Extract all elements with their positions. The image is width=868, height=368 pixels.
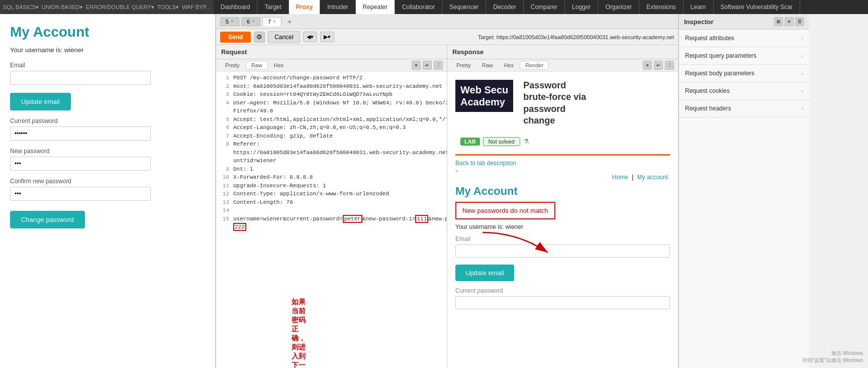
tab7-close[interactable]: ×	[273, 19, 276, 24]
confirm-password-input[interactable]	[10, 187, 151, 201]
tools-menu[interactable]: TOOLS▾	[157, 4, 179, 11]
subtab-pretty[interactable]: Pretty	[220, 61, 245, 69]
resp-email-input[interactable]	[455, 244, 670, 258]
panel-icons: ≡ ↵ ⋮	[412, 61, 443, 70]
repeater-panel: 5 × 6 × 7 × + Send ⚙ Cancel ◀▾ ▶▾ Target…	[216, 14, 679, 368]
tab-proxy[interactable]: Proxy	[289, 0, 320, 14]
resp-current-password-label: Current password	[455, 287, 670, 294]
new-password-input[interactable]	[10, 157, 151, 171]
repeater-tab-7[interactable]: 7 ×	[262, 17, 281, 26]
tab-logger[interactable]: Logger	[565, 0, 598, 14]
left-account-panel: My Account Your username is: wiener Emai…	[0, 14, 216, 368]
inspector-item-headers[interactable]: Request headers ›	[679, 100, 809, 117]
code-line-14: 14	[216, 206, 447, 215]
code-line-3: 3Cookie: session=rt04QY8tWyZEmCd6LOiWQD7…	[216, 90, 447, 99]
not-solved-badge: Not solved	[483, 137, 520, 146]
code-line-4: 4User-Agent: Mozilla/5.0 (Windows NT 10.…	[216, 99, 447, 107]
tab-target[interactable]: Target	[257, 0, 288, 14]
sql-basics-menu[interactable]: SQL BASICS▾	[3, 4, 39, 11]
response-panel-header: Response	[447, 45, 678, 59]
req-resp-container: Request Pretty Raw Hex ≡ ↵ ⋮ 1POST /my-a…	[216, 45, 678, 368]
union-based-menu[interactable]: UNION BASED▾	[42, 4, 83, 11]
wsa-logo: Web SecuAcademy Passwordbrute-force viap…	[455, 80, 670, 127]
link-separator: |	[632, 174, 635, 181]
subtab-raw[interactable]: Raw	[246, 61, 268, 70]
resp-current-password-input[interactable]	[455, 296, 670, 309]
inspector-title: Inspector	[684, 18, 714, 26]
resp-subtab-render[interactable]: Render	[520, 61, 549, 70]
resp-panel-icons: ≡ ↵ ⋮	[643, 61, 674, 70]
code-line-6: 6Accept-Language: zh-CN,zh;q=0.8,en-US;q…	[216, 124, 447, 132]
inspector-panel: Inspector ⊞ ≡ ☰ Request attributes › Req…	[679, 14, 809, 368]
send-button[interactable]: Send	[220, 32, 251, 43]
target-url-display: Target: https://0a81005d03e14faa80d626f5…	[478, 34, 674, 40]
nav-forward-button[interactable]: ▶▾	[320, 32, 334, 42]
resp-subtab-raw[interactable]: Raw	[477, 61, 498, 69]
repeater-toolbar: Send ⚙ Cancel ◀▾ ▶▾ Target: https://0a81…	[216, 29, 678, 45]
tab-intruder[interactable]: Intruder	[320, 0, 355, 14]
resp-update-email-btn[interactable]: Update email	[455, 265, 514, 281]
settings-icon[interactable]: ⚙	[254, 32, 265, 43]
tab-software-vuln[interactable]: Software Vulnerability Scar	[714, 0, 801, 14]
orange-divider	[455, 154, 670, 156]
code-line-15: 15 username=wiener&current-password=pete…	[216, 215, 447, 223]
update-email-button[interactable]: Update email	[10, 93, 71, 110]
add-tab-button[interactable]: +	[283, 17, 296, 27]
tab-organizer[interactable]: Organizer	[598, 0, 639, 14]
tab-repeater[interactable]: Repeater	[356, 0, 395, 14]
inspector-item-body-params[interactable]: Request body parameters ›	[679, 65, 809, 82]
inspector-grid-icon[interactable]: ⊞	[774, 17, 783, 26]
confirm-password-label: Confirm new password	[10, 178, 205, 185]
request-panel-header: Request	[216, 45, 447, 59]
my-account-link[interactable]: My account	[637, 174, 668, 181]
subtab-hex[interactable]: Hex	[269, 61, 289, 69]
tab-comparer[interactable]: Comparer	[524, 0, 565, 14]
repeater-tab-6[interactable]: 6 ×	[241, 17, 260, 26]
current-password-input[interactable]	[10, 127, 151, 141]
tab-sequencer[interactable]: Sequencer	[442, 0, 486, 14]
tab-collaborator[interactable]: Collaborator	[395, 0, 442, 14]
lab-title-area: Passwordbrute-force viapasswordchange	[513, 80, 586, 127]
lab-badge-row: LAB Not solved ⚗	[455, 137, 529, 146]
inspector-list2-icon[interactable]: ☰	[795, 17, 804, 26]
inspector-item-cookies[interactable]: Request cookies ›	[679, 82, 809, 100]
request-subtabs: Pretty Raw Hex ≡ ↵ ⋮	[216, 59, 447, 72]
chevron-right-icon-3: ›	[802, 71, 803, 76]
repeater-tab-5[interactable]: 5 ×	[220, 17, 239, 26]
request-code-area[interactable]: 1POST /my-account/change-password HTTP/2…	[216, 72, 447, 368]
cancel-button[interactable]: Cancel	[268, 31, 300, 43]
resp-newline-icon[interactable]: ↵	[654, 61, 663, 70]
waf-bypass-menu[interactable]: WAF BYP...	[182, 4, 211, 10]
tab6-close[interactable]: ×	[252, 19, 255, 24]
chevron-right-icon-4: ›	[802, 88, 803, 94]
resp-subtab-pretty[interactable]: Pretty	[451, 61, 476, 69]
nav-back-button[interactable]: ◀▾	[303, 32, 317, 42]
tab-dashboard[interactable]: Dashboard	[214, 0, 258, 14]
inspector-request-attributes-label: Request attributes	[685, 35, 734, 42]
resp-subtab-hex[interactable]: Hex	[499, 61, 519, 69]
word-wrap-icon[interactable]: ≡	[412, 61, 421, 70]
inspector-item-request-attributes[interactable]: Request attributes ›	[679, 30, 809, 47]
windows-activate-line2: 转到"设置"以激活 Windows	[803, 357, 863, 364]
tab-decoder[interactable]: Decoder	[486, 0, 523, 14]
tab-extensions[interactable]: Extensions	[639, 0, 684, 14]
newline-icon[interactable]: ↵	[423, 61, 432, 70]
code-line-10: 10X-Forwarded-For: 8.8.8.8	[216, 173, 447, 182]
resp-word-wrap-icon[interactable]: ≡	[643, 61, 652, 70]
home-link[interactable]: Home	[612, 174, 628, 181]
more-icon[interactable]: ⋮	[434, 61, 443, 70]
code-line-2: 2Host: 0a81005d03e14faa80d626f500040031.…	[216, 82, 447, 91]
response-render-area: Web SecuAcademy Passwordbrute-force viap…	[447, 72, 678, 368]
code-line-4b: Firefox/49.0	[216, 107, 447, 115]
inspector-list-icon[interactable]: ≡	[785, 17, 794, 26]
resp-more-icon[interactable]: ⋮	[665, 61, 674, 70]
change-password-button[interactable]: Change password	[10, 211, 85, 228]
tab-learn[interactable]: Learn	[684, 0, 714, 14]
error-double-query-menu[interactable]: ERROR/DOUBLE QUERY▾	[86, 4, 154, 11]
flask-icon: ⚗	[523, 138, 529, 145]
tab5-close[interactable]: ×	[231, 19, 234, 24]
tab5-label: 5	[226, 19, 229, 25]
inspector-item-query-params[interactable]: Request query parameters ›	[679, 47, 809, 65]
back-to-lab-link[interactable]: Back to lab description	[455, 160, 670, 167]
email-input[interactable]	[10, 71, 151, 85]
